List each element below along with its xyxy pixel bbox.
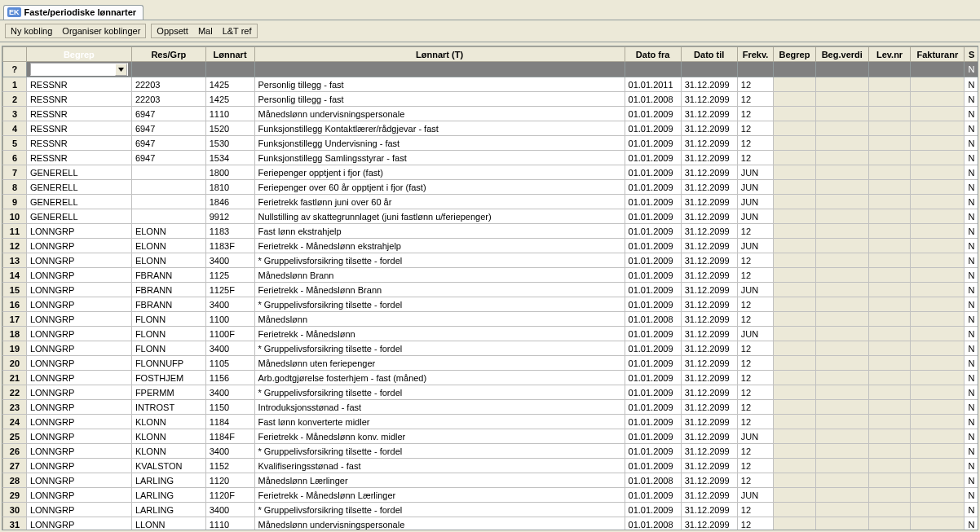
cell-lonnart-t[interactable]: Ferietrekk - Månedslønn konv. midler [254, 429, 625, 444]
cell-frekv[interactable]: 12 [737, 444, 773, 459]
cell-lonnart[interactable]: 3400 [205, 503, 254, 517]
cell-begrep[interactable]: LONNGRP [26, 327, 131, 341]
filter-lonnart[interactable] [205, 62, 254, 77]
cell-begrep[interactable]: LONNGRP [26, 517, 131, 531]
cell-lonnart[interactable]: 1534 [205, 151, 254, 165]
tool-organiser-koblinger[interactable]: Organiser koblinger [57, 24, 145, 37]
cell-resgrp[interactable]: FLONNUFP [131, 356, 205, 371]
cell-levnr[interactable] [868, 195, 911, 209]
row-number[interactable]: 13 [3, 253, 27, 268]
cell-begrep[interactable]: LONNGRP [26, 444, 131, 459]
tool-oppsett[interactable]: Oppsett [152, 24, 193, 37]
cell-begrep[interactable]: RESSNR [26, 151, 131, 165]
cell-frekv[interactable]: 12 [737, 121, 773, 136]
cell-resgrp[interactable]: KLONN [131, 444, 205, 459]
cell-levnr[interactable] [868, 444, 911, 459]
cell-frekv[interactable]: JUN [737, 429, 773, 444]
cell-frekv[interactable]: 12 [737, 224, 773, 239]
cell-begrep2[interactable] [774, 327, 816, 341]
cell-datofra[interactable]: 01.01.2009 [625, 180, 681, 195]
cell-fakturanr[interactable] [911, 473, 965, 488]
filter-lonnart-t[interactable] [254, 62, 625, 77]
cell-begrep[interactable]: RESSNR [26, 121, 131, 136]
table-row[interactable]: 24LONNGRPKLONN1184Fast lønn konverterte … [3, 415, 979, 429]
cell-lonnart[interactable]: 1520 [205, 121, 254, 136]
cell-datofra[interactable]: 01.01.2008 [625, 517, 681, 531]
cell-lonnart-t[interactable]: Ferietrekk - Månedslønn Lærlinger [254, 488, 625, 503]
cell-lonnart-t[interactable]: * Gruppelivsforsikring tilsette - fordel [254, 341, 625, 356]
cell-resgrp[interactable]: 22203 [131, 92, 205, 107]
cell-datotil[interactable]: 31.12.2099 [681, 459, 737, 473]
cell-datotil[interactable]: 31.12.2099 [681, 180, 737, 195]
table-row[interactable]: 14LONNGRPFBRANN1125Månedslønn Brann01.01… [3, 268, 979, 283]
cell-begrep[interactable]: LONNGRP [26, 429, 131, 444]
cell-begrep[interactable]: LONNGRP [26, 356, 131, 371]
cell-begrep[interactable]: GENERELL [26, 180, 131, 195]
row-number[interactable]: 17 [3, 312, 27, 327]
cell-frekv[interactable]: 12 [737, 517, 773, 531]
cell-datofra[interactable]: 01.01.2009 [625, 151, 681, 165]
cell-lonnart[interactable]: 1425 [205, 92, 254, 107]
filter-begrep2[interactable] [774, 62, 816, 77]
cell-datotil[interactable]: 31.12.2099 [681, 356, 737, 371]
row-number[interactable]: 2 [3, 92, 27, 107]
row-number[interactable]: 1 [3, 77, 27, 92]
table-row[interactable]: 1RESSNR222031425Personlig tillegg - fast… [3, 77, 979, 92]
cell-begrep2[interactable] [774, 297, 816, 312]
cell-begrep2[interactable] [774, 92, 816, 107]
cell-frekv[interactable]: 12 [737, 356, 773, 371]
cell-lonnart-t[interactable]: Månedslønn undervisningspersonale [254, 517, 625, 531]
cell-lonnart-t[interactable]: Kvalifiseringsstønad - fast [254, 459, 625, 473]
cell-resgrp[interactable]: FLONN [131, 327, 205, 341]
data-grid[interactable]: Begrep Res/Grp Lønnart Lønnart (T) Dato … [2, 46, 978, 530]
cell-begverdi[interactable] [815, 429, 868, 444]
cell-fakturanr[interactable] [911, 121, 965, 136]
cell-levnr[interactable] [868, 107, 911, 121]
col-begrep[interactable]: Begrep [26, 47, 131, 62]
dropdown-icon[interactable] [115, 64, 127, 76]
cell-levnr[interactable] [868, 517, 911, 531]
table-row[interactable]: 6RESSNR69471534Funksjonstillegg Samlings… [3, 151, 979, 165]
cell-fakturanr[interactable] [911, 136, 965, 151]
cell-begrep[interactable]: RESSNR [26, 77, 131, 92]
filter-begrep[interactable] [26, 62, 131, 77]
cell-begverdi[interactable] [815, 136, 868, 151]
cell-begverdi[interactable] [815, 195, 868, 209]
cell-s[interactable]: N [965, 253, 978, 268]
row-number[interactable]: 8 [3, 180, 27, 195]
table-row[interactable]: 2RESSNR222031425Personlig tillegg - fast… [3, 92, 979, 107]
cell-lonnart[interactable]: 3400 [205, 444, 254, 459]
table-row[interactable]: 28LONNGRPLARLING1120Månedslønn Lærlinger… [3, 473, 979, 488]
cell-fakturanr[interactable] [911, 488, 965, 503]
table-row[interactable]: 9GENERELL1846Ferietrekk fastlønn juni ov… [3, 195, 979, 209]
cell-lonnart[interactable]: 3400 [205, 385, 254, 400]
cell-datotil[interactable]: 31.12.2099 [681, 209, 737, 224]
table-row[interactable]: 13LONNGRPELONN3400* Gruppelivsforsikring… [3, 253, 979, 268]
cell-resgrp[interactable]: LLONN [131, 517, 205, 531]
cell-frekv[interactable]: 12 [737, 253, 773, 268]
cell-datofra[interactable]: 01.01.2009 [625, 341, 681, 356]
cell-begrep2[interactable] [774, 151, 816, 165]
cell-resgrp[interactable]: KLONN [131, 415, 205, 429]
cell-s[interactable]: N [965, 488, 978, 503]
cell-begrep[interactable]: LONNGRP [26, 385, 131, 400]
cell-begverdi[interactable] [815, 209, 868, 224]
cell-levnr[interactable] [868, 209, 911, 224]
cell-lonnart[interactable]: 1125 [205, 268, 254, 283]
cell-resgrp[interactable]: FBRANN [131, 268, 205, 283]
cell-datotil[interactable]: 31.12.2099 [681, 503, 737, 517]
cell-begrep[interactable]: LONNGRP [26, 503, 131, 517]
table-row[interactable]: 5RESSNR69471530Funksjonstillegg Undervis… [3, 136, 979, 151]
cell-s[interactable]: N [965, 459, 978, 473]
table-row[interactable]: 4RESSNR69471520Funksjonstillegg Kontaktl… [3, 121, 979, 136]
cell-fakturanr[interactable] [911, 327, 965, 341]
cell-fakturanr[interactable] [911, 444, 965, 459]
filter-datofra[interactable] [625, 62, 681, 77]
cell-levnr[interactable] [868, 165, 911, 180]
cell-s[interactable]: N [965, 92, 978, 107]
cell-begverdi[interactable] [815, 503, 868, 517]
cell-begverdi[interactable] [815, 253, 868, 268]
cell-datotil[interactable]: 31.12.2099 [681, 253, 737, 268]
cell-frekv[interactable]: 12 [737, 385, 773, 400]
cell-lonnart[interactable]: 1100F [205, 327, 254, 341]
